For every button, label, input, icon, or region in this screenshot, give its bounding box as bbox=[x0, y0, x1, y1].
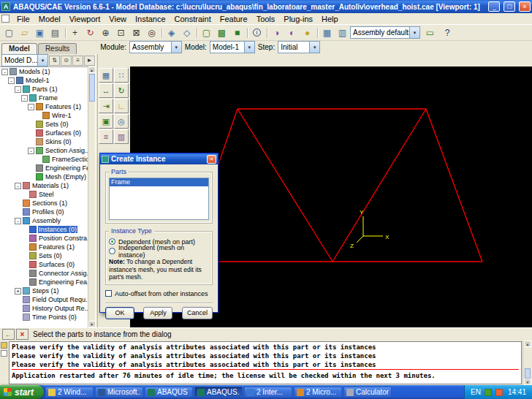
scroll-down-icon[interactable]: ▼ bbox=[88, 321, 96, 327]
taskbar-button[interactable]: 2 Inter... bbox=[244, 387, 292, 398]
tree-expander[interactable]: - bbox=[15, 183, 21, 189]
cancel-button[interactable]: Cancel bbox=[182, 307, 213, 319]
tree-item[interactable]: - Features (1) bbox=[0, 102, 88, 111]
taskbar-button[interactable]: 2 Micro... bbox=[294, 387, 342, 398]
tree-item[interactable]: Sections (1) bbox=[0, 199, 88, 208]
front-view-button[interactable]: ◇ bbox=[179, 26, 194, 40]
tree-expander[interactable]: - bbox=[28, 104, 34, 110]
tree-item[interactable]: Profiles (0) bbox=[0, 208, 88, 216]
create-constraint-button[interactable]: ≡ bbox=[99, 129, 113, 144]
tree-item[interactable]: Sets (0) bbox=[0, 120, 88, 129]
parts-list-item[interactable]: Frame bbox=[110, 178, 208, 186]
scrollbar-thumb[interactable] bbox=[89, 74, 95, 102]
start-button[interactable]: start bbox=[0, 385, 44, 399]
menu-item[interactable]: Model bbox=[34, 15, 65, 23]
minimize-button[interactable]: _ bbox=[488, 1, 500, 12]
color-code-button[interactable]: ◑ bbox=[269, 26, 284, 40]
language-indicator[interactable]: EN bbox=[471, 388, 481, 396]
prompt-back-button[interactable]: ← bbox=[2, 329, 15, 340]
menu-item[interactable]: Feature bbox=[216, 15, 252, 23]
tree-expander[interactable]: - bbox=[21, 95, 28, 102]
module-select[interactable]: Assembly ▼ bbox=[129, 41, 182, 53]
model-select[interactable]: Model-1 ▼ bbox=[210, 41, 255, 53]
toolbox-query-button[interactable]: ▥ bbox=[114, 129, 129, 144]
open-database-button[interactable]: ▱ bbox=[17, 26, 32, 40]
viewport-annotations-button[interactable]: ▥ bbox=[335, 26, 350, 40]
taskbar-button[interactable]: ABAQUS ... bbox=[145, 387, 193, 398]
tree-item-model-1[interactable]: - Model-1 bbox=[0, 76, 88, 85]
menu-item[interactable]: Instance bbox=[131, 15, 170, 23]
tree-expander[interactable]: - bbox=[28, 148, 34, 154]
hidden-line-render-button[interactable]: ▩ bbox=[214, 26, 229, 40]
tree-item[interactable]: Mesh (Empty) bbox=[0, 172, 88, 181]
shaded-render-button[interactable]: ■ bbox=[229, 26, 245, 40]
tree-item-frame[interactable]: - Frame bbox=[0, 94, 88, 102]
taskbar-button[interactable]: ABAQUS... bbox=[194, 387, 243, 398]
taskbar-button[interactable]: Microsoft... bbox=[95, 387, 143, 398]
rotate-view-button[interactable]: ↻ bbox=[83, 26, 98, 40]
model-tree-list-button[interactable]: ≡ bbox=[72, 56, 83, 66]
create-instance-button[interactable]: ▦ bbox=[99, 68, 113, 83]
maximize-button[interactable]: □ bbox=[503, 1, 515, 12]
tree-item[interactable]: History Output Re... bbox=[0, 304, 88, 313]
taskbar-button[interactable]: Calculator bbox=[343, 387, 392, 398]
merge-cut-instances-button[interactable]: ▣ bbox=[99, 114, 113, 129]
tree-scrollbar[interactable]: ▲ ▼ bbox=[88, 66, 95, 327]
dialog-close-button[interactable]: × bbox=[207, 155, 216, 164]
parts-list[interactable]: Frame bbox=[109, 178, 209, 220]
menu-item[interactable]: Plug-ins bbox=[279, 15, 317, 23]
tree-item[interactable]: Sets (0) bbox=[0, 251, 88, 260]
rotate-instance-button[interactable]: ↻ bbox=[114, 83, 129, 98]
tree-item[interactable]: Wire-1 bbox=[0, 111, 88, 120]
tree-item[interactable]: - Section Assig... bbox=[0, 146, 88, 155]
model-tree-spin-button[interactable]: ⇅ bbox=[49, 56, 60, 66]
tree-expander[interactable]: - bbox=[15, 218, 21, 224]
tree-expander[interactable]: - bbox=[15, 86, 21, 93]
cycle-views-button[interactable]: ◎ bbox=[144, 26, 159, 40]
model-tree-select[interactable]: Model D... ▼ bbox=[1, 54, 48, 66]
tree-item-materials[interactable]: - Materials (1) bbox=[0, 181, 88, 190]
tree-item[interactable]: Engineering Fe... bbox=[0, 164, 88, 172]
tree-expander[interactable]: + bbox=[15, 288, 21, 294]
command-line-tab-button[interactable] bbox=[1, 350, 7, 357]
tree-item[interactable]: FrameSection bbox=[0, 155, 88, 164]
auto-offset-checkbox[interactable]: Auto-offset from other instances bbox=[105, 289, 213, 298]
scroll-up-icon[interactable]: ▲ bbox=[524, 341, 531, 347]
step-select[interactable]: Initial ▼ bbox=[278, 41, 320, 53]
tree-item[interactable]: Time Points (0) bbox=[0, 313, 88, 322]
color-code-options-button[interactable]: ◐ bbox=[284, 26, 300, 40]
scroll-down-icon[interactable]: ▼ bbox=[524, 379, 531, 385]
apply-button[interactable]: Apply bbox=[143, 307, 172, 319]
instance-type-radio[interactable]: Independent (mesh on instance) bbox=[109, 246, 209, 256]
model-tree-filter-button[interactable]: ⊙ bbox=[61, 56, 72, 66]
tree-item-parts[interactable]: - Parts (1) bbox=[0, 85, 88, 94]
ok-button[interactable]: OK bbox=[105, 307, 134, 319]
menu-item[interactable]: Viewport bbox=[65, 15, 105, 23]
tree-item-steps[interactable]: + Steps (1) bbox=[0, 286, 88, 295]
tab-results[interactable]: Results bbox=[38, 43, 77, 54]
color-mapping-select[interactable]: Assembly defaults ▼ bbox=[350, 26, 420, 39]
save-database-button[interactable]: ▣ bbox=[32, 26, 48, 40]
radial-pattern-button[interactable]: ◎ bbox=[114, 114, 129, 129]
context-help-button[interactable]: ? bbox=[438, 26, 457, 40]
tree-item[interactable]: Skins (0) bbox=[0, 137, 88, 146]
scrollbar-thumb[interactable] bbox=[525, 368, 531, 379]
menu-item[interactable]: Help bbox=[317, 15, 343, 23]
linear-pattern-button[interactable]: ∷ bbox=[114, 68, 129, 83]
replace-instance-button[interactable]: ⇥ bbox=[99, 99, 113, 113]
tree-expander[interactable]: - bbox=[8, 77, 15, 84]
tree-item[interactable]: Features (1) bbox=[0, 243, 88, 251]
tree-expander[interactable]: - bbox=[1, 69, 8, 75]
tray-icon[interactable] bbox=[495, 389, 503, 396]
message-scrollbar[interactable]: ▲ ▼ bbox=[522, 341, 532, 385]
tray-icon[interactable] bbox=[484, 389, 492, 396]
tab-model[interactable]: Model bbox=[1, 43, 37, 54]
wireframe-render-button[interactable]: ▢ bbox=[199, 26, 214, 40]
taskbar-button[interactable]: 2 Wind... bbox=[45, 387, 94, 398]
tree-item[interactable]: Steel bbox=[0, 190, 88, 199]
close-button[interactable]: × bbox=[519, 1, 531, 12]
print-button[interactable]: ▤ bbox=[48, 26, 63, 40]
tree-item-instances[interactable]: Instances (0) bbox=[0, 225, 88, 234]
tree-item[interactable]: Engineering Fea... bbox=[0, 278, 88, 286]
auto-fit-view-button[interactable]: ⊠ bbox=[129, 26, 144, 40]
